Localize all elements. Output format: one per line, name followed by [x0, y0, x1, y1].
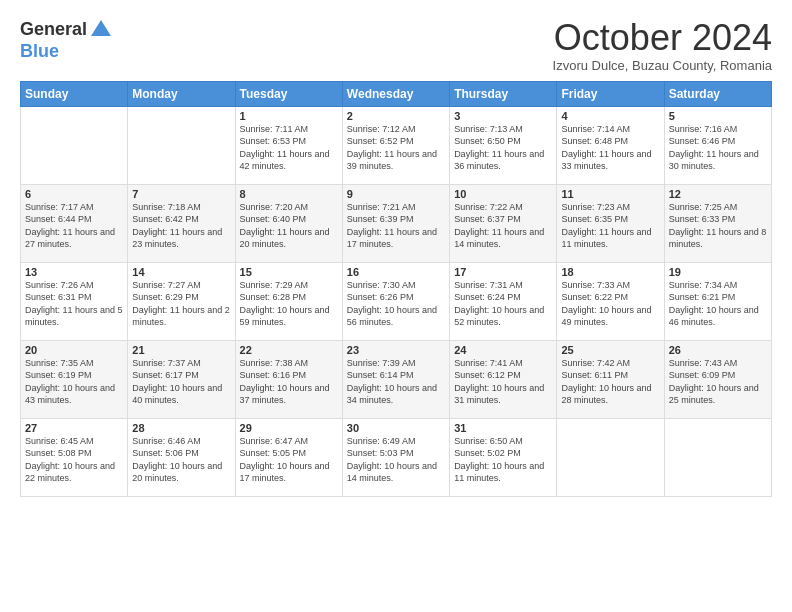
day-detail: Sunrise: 7:22 AM Sunset: 6:37 PM Dayligh…	[454, 201, 552, 251]
day-detail: Sunrise: 7:11 AM Sunset: 6:53 PM Dayligh…	[240, 123, 338, 173]
day-detail: Sunrise: 7:29 AM Sunset: 6:28 PM Dayligh…	[240, 279, 338, 329]
calendar-cell: 21Sunrise: 7:37 AM Sunset: 6:17 PM Dayli…	[128, 340, 235, 418]
day-detail: Sunrise: 6:45 AM Sunset: 5:08 PM Dayligh…	[25, 435, 123, 485]
calendar-cell: 13Sunrise: 7:26 AM Sunset: 6:31 PM Dayli…	[21, 262, 128, 340]
day-number: 3	[454, 110, 552, 122]
day-detail: Sunrise: 7:20 AM Sunset: 6:40 PM Dayligh…	[240, 201, 338, 251]
day-detail: Sunrise: 6:49 AM Sunset: 5:03 PM Dayligh…	[347, 435, 445, 485]
day-number: 5	[669, 110, 767, 122]
day-detail: Sunrise: 7:21 AM Sunset: 6:39 PM Dayligh…	[347, 201, 445, 251]
calendar-cell: 8Sunrise: 7:20 AM Sunset: 6:40 PM Daylig…	[235, 184, 342, 262]
day-number: 26	[669, 344, 767, 356]
day-header-sunday: Sunday	[21, 81, 128, 106]
calendar-cell: 1Sunrise: 7:11 AM Sunset: 6:53 PM Daylig…	[235, 106, 342, 184]
calendar-cell: 23Sunrise: 7:39 AM Sunset: 6:14 PM Dayli…	[342, 340, 449, 418]
day-detail: Sunrise: 7:12 AM Sunset: 6:52 PM Dayligh…	[347, 123, 445, 173]
day-number: 25	[561, 344, 659, 356]
day-number: 7	[132, 188, 230, 200]
day-number: 4	[561, 110, 659, 122]
day-number: 6	[25, 188, 123, 200]
day-number: 9	[347, 188, 445, 200]
day-detail: Sunrise: 7:26 AM Sunset: 6:31 PM Dayligh…	[25, 279, 123, 329]
calendar-cell	[21, 106, 128, 184]
calendar-cell: 20Sunrise: 7:35 AM Sunset: 6:19 PM Dayli…	[21, 340, 128, 418]
week-row-4: 20Sunrise: 7:35 AM Sunset: 6:19 PM Dayli…	[21, 340, 772, 418]
day-detail: Sunrise: 7:31 AM Sunset: 6:24 PM Dayligh…	[454, 279, 552, 329]
day-detail: Sunrise: 7:39 AM Sunset: 6:14 PM Dayligh…	[347, 357, 445, 407]
calendar-cell: 30Sunrise: 6:49 AM Sunset: 5:03 PM Dayli…	[342, 418, 449, 496]
header: General Blue October 2024 Izvoru Dulce, …	[20, 18, 772, 73]
day-number: 20	[25, 344, 123, 356]
day-detail: Sunrise: 7:23 AM Sunset: 6:35 PM Dayligh…	[561, 201, 659, 251]
day-number: 24	[454, 344, 552, 356]
calendar-cell	[128, 106, 235, 184]
day-number: 22	[240, 344, 338, 356]
day-detail: Sunrise: 7:37 AM Sunset: 6:17 PM Dayligh…	[132, 357, 230, 407]
day-number: 31	[454, 422, 552, 434]
calendar-cell: 9Sunrise: 7:21 AM Sunset: 6:39 PM Daylig…	[342, 184, 449, 262]
day-number: 19	[669, 266, 767, 278]
logo-general: General	[20, 20, 87, 40]
day-header-wednesday: Wednesday	[342, 81, 449, 106]
calendar-cell	[664, 418, 771, 496]
page: General Blue October 2024 Izvoru Dulce, …	[0, 0, 792, 507]
day-number: 8	[240, 188, 338, 200]
day-detail: Sunrise: 7:25 AM Sunset: 6:33 PM Dayligh…	[669, 201, 767, 251]
day-number: 30	[347, 422, 445, 434]
day-number: 27	[25, 422, 123, 434]
day-number: 1	[240, 110, 338, 122]
calendar-cell: 5Sunrise: 7:16 AM Sunset: 6:46 PM Daylig…	[664, 106, 771, 184]
month-title: October 2024	[553, 18, 772, 58]
day-number: 29	[240, 422, 338, 434]
day-detail: Sunrise: 7:41 AM Sunset: 6:12 PM Dayligh…	[454, 357, 552, 407]
header-row: SundayMondayTuesdayWednesdayThursdayFrid…	[21, 81, 772, 106]
calendar-cell: 12Sunrise: 7:25 AM Sunset: 6:33 PM Dayli…	[664, 184, 771, 262]
day-number: 2	[347, 110, 445, 122]
day-detail: Sunrise: 7:14 AM Sunset: 6:48 PM Dayligh…	[561, 123, 659, 173]
week-row-1: 1Sunrise: 7:11 AM Sunset: 6:53 PM Daylig…	[21, 106, 772, 184]
calendar-cell: 16Sunrise: 7:30 AM Sunset: 6:26 PM Dayli…	[342, 262, 449, 340]
day-number: 10	[454, 188, 552, 200]
calendar-cell: 27Sunrise: 6:45 AM Sunset: 5:08 PM Dayli…	[21, 418, 128, 496]
week-row-2: 6Sunrise: 7:17 AM Sunset: 6:44 PM Daylig…	[21, 184, 772, 262]
calendar-cell: 24Sunrise: 7:41 AM Sunset: 6:12 PM Dayli…	[450, 340, 557, 418]
day-detail: Sunrise: 7:30 AM Sunset: 6:26 PM Dayligh…	[347, 279, 445, 329]
calendar-cell: 22Sunrise: 7:38 AM Sunset: 6:16 PM Dayli…	[235, 340, 342, 418]
week-row-3: 13Sunrise: 7:26 AM Sunset: 6:31 PM Dayli…	[21, 262, 772, 340]
calendar-cell: 31Sunrise: 6:50 AM Sunset: 5:02 PM Dayli…	[450, 418, 557, 496]
day-number: 18	[561, 266, 659, 278]
calendar-cell: 6Sunrise: 7:17 AM Sunset: 6:44 PM Daylig…	[21, 184, 128, 262]
day-number: 28	[132, 422, 230, 434]
day-detail: Sunrise: 7:38 AM Sunset: 6:16 PM Dayligh…	[240, 357, 338, 407]
day-number: 14	[132, 266, 230, 278]
calendar-cell: 10Sunrise: 7:22 AM Sunset: 6:37 PM Dayli…	[450, 184, 557, 262]
calendar-cell: 25Sunrise: 7:42 AM Sunset: 6:11 PM Dayli…	[557, 340, 664, 418]
day-number: 13	[25, 266, 123, 278]
day-header-friday: Friday	[557, 81, 664, 106]
day-header-monday: Monday	[128, 81, 235, 106]
calendar-cell: 2Sunrise: 7:12 AM Sunset: 6:52 PM Daylig…	[342, 106, 449, 184]
calendar-cell: 7Sunrise: 7:18 AM Sunset: 6:42 PM Daylig…	[128, 184, 235, 262]
day-number: 21	[132, 344, 230, 356]
day-header-tuesday: Tuesday	[235, 81, 342, 106]
day-detail: Sunrise: 6:47 AM Sunset: 5:05 PM Dayligh…	[240, 435, 338, 485]
day-detail: Sunrise: 7:35 AM Sunset: 6:19 PM Dayligh…	[25, 357, 123, 407]
svg-marker-0	[91, 20, 111, 36]
day-number: 23	[347, 344, 445, 356]
calendar-cell: 19Sunrise: 7:34 AM Sunset: 6:21 PM Dayli…	[664, 262, 771, 340]
day-number: 11	[561, 188, 659, 200]
calendar-cell: 18Sunrise: 7:33 AM Sunset: 6:22 PM Dayli…	[557, 262, 664, 340]
day-detail: Sunrise: 7:18 AM Sunset: 6:42 PM Dayligh…	[132, 201, 230, 251]
day-detail: Sunrise: 7:27 AM Sunset: 6:29 PM Dayligh…	[132, 279, 230, 329]
day-detail: Sunrise: 6:50 AM Sunset: 5:02 PM Dayligh…	[454, 435, 552, 485]
week-row-5: 27Sunrise: 6:45 AM Sunset: 5:08 PM Dayli…	[21, 418, 772, 496]
logo-blue: Blue	[20, 41, 59, 61]
day-number: 16	[347, 266, 445, 278]
day-number: 12	[669, 188, 767, 200]
title-area: October 2024 Izvoru Dulce, Buzau County,…	[553, 18, 772, 73]
calendar-cell: 26Sunrise: 7:43 AM Sunset: 6:09 PM Dayli…	[664, 340, 771, 418]
day-detail: Sunrise: 7:43 AM Sunset: 6:09 PM Dayligh…	[669, 357, 767, 407]
subtitle: Izvoru Dulce, Buzau County, Romania	[553, 58, 772, 73]
day-header-thursday: Thursday	[450, 81, 557, 106]
day-number: 15	[240, 266, 338, 278]
